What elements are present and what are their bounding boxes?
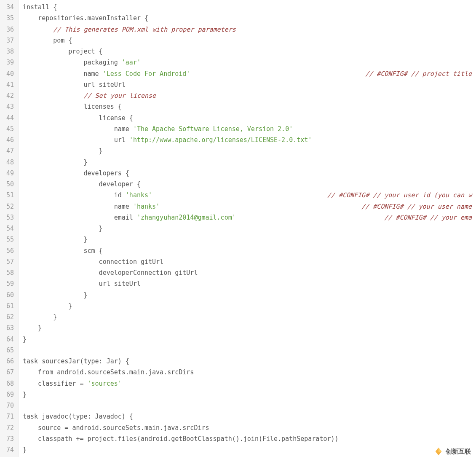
code-line: url 'http://www.apache.org/licenses/LICE… <box>23 134 476 145</box>
code-token: // This generates POM.xml with proper pa… <box>53 26 235 33</box>
code-token: } <box>23 302 72 310</box>
code-token: project { <box>23 48 103 55</box>
line-number: 74 <box>3 444 14 455</box>
code-token: } <box>23 291 88 299</box>
code-line: } <box>23 334 476 345</box>
code-line: licenses { <box>23 101 476 112</box>
code-line: from android.sourceSets.main.java.srcDir… <box>23 367 476 378</box>
code-token: developers { <box>23 169 129 177</box>
code-token: developer { <box>23 180 141 188</box>
code-line: // This generates POM.xml with proper pa… <box>23 24 476 35</box>
code-token: // Set your license <box>84 92 156 99</box>
code-line: } <box>23 301 476 312</box>
trailing-comment: // #CONFIG# // your user name <box>361 201 476 212</box>
code-line: // Set your license <box>23 90 476 101</box>
code-line: install { <box>23 2 476 13</box>
trailing-comment: // #CONFIG# // your ema <box>384 212 476 223</box>
line-number: 51 <box>3 190 14 201</box>
code-token: url siteUrl <box>23 81 126 89</box>
line-number: 61 <box>3 301 14 312</box>
code-token: url <box>23 136 129 144</box>
line-number: 66 <box>3 356 14 367</box>
line-number: 48 <box>3 157 14 168</box>
code-token: connection gitUrl <box>23 258 163 266</box>
code-line: } <box>23 223 476 234</box>
code-line: id 'hanks'// #CONFIG# // your user id (y… <box>23 190 476 201</box>
code-token: url siteUrl <box>23 280 141 287</box>
line-number: 69 <box>3 389 14 400</box>
line-number-gutter: 3435363738394041424344454647484950515253… <box>0 0 19 457</box>
line-number: 52 <box>3 201 14 212</box>
line-number: 72 <box>3 422 14 433</box>
code-token: 'http://www.apache.org/licenses/LICENSE-… <box>129 136 312 144</box>
code-token: } <box>23 391 27 398</box>
logo-icon <box>434 447 443 456</box>
line-number: 67 <box>3 367 14 378</box>
code-token: 'Less Code For Android' <box>103 70 190 78</box>
code-area: install { repositories.mavenInstaller { … <box>19 0 476 457</box>
code-token: classpath += project.files(android.getBo… <box>23 435 339 443</box>
code-token: name <box>23 125 133 133</box>
line-number: 42 <box>3 90 14 101</box>
code-token: classifier = <box>23 380 88 387</box>
line-number: 56 <box>3 245 14 256</box>
code-token: licenses { <box>23 103 122 110</box>
code-line: license { <box>23 113 476 124</box>
code-token: 'zhangyuhan2014@gmail.com' <box>137 214 236 221</box>
line-number: 50 <box>3 179 14 190</box>
code-token: id <box>23 191 126 199</box>
code-line: } <box>23 145 476 156</box>
line-number: 47 <box>3 145 14 156</box>
line-number: 63 <box>3 322 14 333</box>
code-line: url siteUrl <box>23 79 476 90</box>
code-line: name 'The Apache Software License, Versi… <box>23 124 476 134</box>
line-number: 39 <box>3 57 14 68</box>
line-number: 49 <box>3 168 14 179</box>
code-token: name <box>23 203 133 210</box>
code-line: name 'hanks'// #CONFIG# // your user nam… <box>23 201 476 212</box>
code-token: developerConnection gitUrl <box>23 269 198 277</box>
code-line: pom { <box>23 35 476 46</box>
line-number: 38 <box>3 46 14 57</box>
line-number: 43 <box>3 101 14 112</box>
line-number: 54 <box>3 223 14 234</box>
line-number: 44 <box>3 113 14 124</box>
code-token: 'The Apache Software License, Version 2.… <box>133 125 293 133</box>
code-line: } <box>23 322 476 333</box>
code-token: scm { <box>23 247 103 255</box>
code-token: } <box>23 225 103 232</box>
code-line: classpath += project.files(android.getBo… <box>23 433 476 444</box>
code-token: } <box>23 336 27 343</box>
line-number: 58 <box>3 267 14 278</box>
code-token <box>23 92 84 99</box>
code-line <box>23 400 476 411</box>
code-line: developer { <box>23 179 476 190</box>
code-token: repositories.mavenInstaller { <box>23 14 148 22</box>
code-token: } <box>23 236 88 243</box>
line-number: 71 <box>3 411 14 422</box>
code-token: } <box>23 446 27 454</box>
line-number: 41 <box>3 79 14 90</box>
code-token: } <box>23 324 42 332</box>
line-number: 59 <box>3 278 14 289</box>
code-line: url siteUrl <box>23 278 476 289</box>
code-line: classifier = 'sources' <box>23 378 476 389</box>
code-line: connection gitUrl <box>23 256 476 267</box>
code-token: install { <box>23 3 57 11</box>
code-token: name <box>23 70 103 78</box>
code-line: } <box>23 157 476 168</box>
code-line: } <box>23 290 476 301</box>
watermark-text: 创新互联 <box>446 446 471 457</box>
line-number: 57 <box>3 256 14 267</box>
code-token: source = android.sourceSets.main.java.sr… <box>23 424 209 432</box>
line-number: 53 <box>3 212 14 223</box>
code-token <box>23 26 53 33</box>
code-line: email 'zhangyuhan2014@gmail.com'// #CONF… <box>23 212 476 223</box>
code-token: task sourcesJar(type: Jar) { <box>23 357 129 365</box>
code-token: license { <box>23 114 133 122</box>
trailing-comment: // #CONFIG# // project title <box>365 68 476 79</box>
line-number: 45 <box>3 124 14 134</box>
code-line: task javadoc(type: Javadoc) { <box>23 411 476 422</box>
code-line: scm { <box>23 245 476 256</box>
code-line: source = android.sourceSets.main.java.sr… <box>23 422 476 433</box>
